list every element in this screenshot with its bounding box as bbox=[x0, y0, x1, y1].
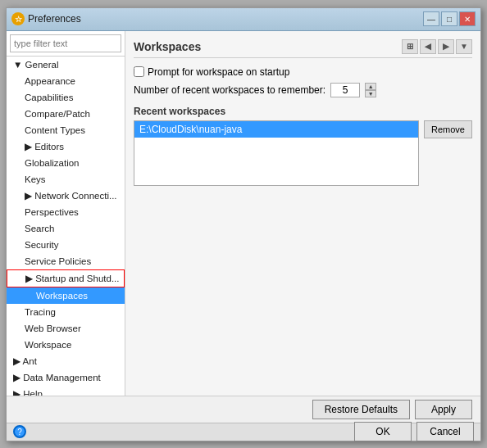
recent-count-row: Number of recent workspaces to remember:… bbox=[134, 83, 472, 97]
panel-icon-1[interactable]: ⊞ bbox=[402, 39, 418, 54]
restore-defaults-button[interactable]: Restore Defaults bbox=[312, 400, 410, 419]
search-box bbox=[7, 31, 125, 57]
window-title: Preferences bbox=[28, 13, 81, 25]
tree-item-perspectives[interactable]: Perspectives bbox=[7, 204, 125, 220]
bottom-row-1: Restore Defaults Apply bbox=[7, 396, 480, 423]
panel-title-text: Workspaces bbox=[134, 40, 201, 53]
help-icon[interactable]: ? bbox=[13, 425, 26, 438]
title-bar: ☆ Preferences — □ ✕ bbox=[7, 8, 480, 31]
recent-workspaces-label: Recent workspaces bbox=[134, 106, 472, 117]
ok-cancel-row: OK Cancel bbox=[354, 422, 474, 441]
arrow-container: E:\CloudDisk\nuan-java Remove bbox=[134, 120, 472, 387]
prompt-checkbox-row: Prompt for workspace on startup bbox=[134, 66, 472, 78]
spinner-up[interactable]: ▲ bbox=[365, 83, 376, 90]
panel-title-icons: ⊞ ◀ ▶ ▼ bbox=[402, 39, 472, 54]
prompt-checkbox-label: Prompt for workspace on startup bbox=[148, 66, 289, 78]
tree-item-workspaces[interactable]: Workspaces bbox=[7, 287, 125, 304]
workspace-list: E:\CloudDisk\nuan-java bbox=[134, 120, 419, 186]
workspace-path: E:\CloudDisk\nuan-java bbox=[139, 124, 242, 135]
panel-icon-4[interactable]: ▼ bbox=[456, 39, 472, 54]
tree-item-service_policies[interactable]: Service Policies bbox=[7, 253, 125, 269]
status-bar: ? OK Cancel bbox=[7, 423, 480, 441]
tree-item-capabilities[interactable]: Capabilities bbox=[7, 89, 125, 106]
panel-icon-2[interactable]: ◀ bbox=[420, 39, 436, 54]
prompt-checkbox[interactable] bbox=[134, 66, 144, 77]
tree-item-help[interactable]: ▶ Help bbox=[7, 386, 125, 396]
title-bar-left: ☆ Preferences bbox=[11, 12, 81, 25]
tree-item-general[interactable]: ▼ General bbox=[7, 57, 125, 73]
panel-icon-3[interactable]: ▶ bbox=[438, 39, 454, 54]
main-panel: Workspaces ⊞ ◀ ▶ ▼ Prompt for workspace … bbox=[125, 31, 480, 396]
workspace-row-with-remove: E:\CloudDisk\nuan-java Remove bbox=[134, 120, 472, 192]
close-button[interactable]: ✕ bbox=[459, 11, 476, 26]
content-area: ▼ GeneralAppearanceCapabilitiesCompare/P… bbox=[7, 31, 480, 396]
tree-item-editors[interactable]: ▶ Editors bbox=[7, 138, 125, 155]
tree-item-data_management[interactable]: ▶ Data Management bbox=[7, 369, 125, 386]
workspace-list-item[interactable]: E:\CloudDisk\nuan-java bbox=[134, 121, 418, 138]
sidebar: ▼ GeneralAppearanceCapabilitiesCompare/P… bbox=[7, 31, 125, 396]
tree-item-tracing[interactable]: Tracing bbox=[7, 304, 125, 320]
spinner-buttons: ▲ ▼ bbox=[365, 83, 376, 97]
tree-item-startup_shutdown[interactable]: ▶ Startup and Shutd... bbox=[7, 269, 125, 287]
tree-area: ▼ GeneralAppearanceCapabilitiesCompare/P… bbox=[7, 57, 125, 396]
tree-item-ant[interactable]: ▶ Ant bbox=[7, 353, 125, 369]
title-controls: — □ ✕ bbox=[423, 11, 476, 26]
remove-button[interactable]: Remove bbox=[424, 120, 472, 138]
tree-item-appearance[interactable]: Appearance bbox=[7, 73, 125, 89]
spinner-down[interactable]: ▼ bbox=[365, 90, 376, 97]
tree-item-security[interactable]: Security bbox=[7, 237, 125, 253]
recent-count-input[interactable] bbox=[330, 83, 360, 97]
tree-item-keys[interactable]: Keys bbox=[7, 171, 125, 188]
cancel-button[interactable]: Cancel bbox=[416, 422, 474, 441]
minimize-button[interactable]: — bbox=[423, 11, 439, 26]
tree-item-globalization[interactable]: Globalization bbox=[7, 155, 125, 171]
maximize-button[interactable]: □ bbox=[441, 11, 457, 26]
tree-item-workspace_gen[interactable]: Workspace bbox=[7, 337, 125, 353]
apply-button[interactable]: Apply bbox=[415, 400, 472, 419]
ok-button[interactable]: OK bbox=[354, 422, 412, 441]
tree-item-content_types[interactable]: Content Types bbox=[7, 122, 125, 138]
search-input[interactable] bbox=[10, 34, 121, 52]
tree-item-compare_patch[interactable]: Compare/Patch bbox=[7, 106, 125, 122]
workspaces-content: Prompt for workspace on startup Number o… bbox=[134, 66, 472, 387]
tree-item-web_browser[interactable]: Web Browser bbox=[7, 320, 125, 337]
tree-item-network[interactable]: ▶ Network Connecti... bbox=[7, 188, 125, 204]
panel-title: Workspaces ⊞ ◀ ▶ ▼ bbox=[134, 39, 472, 58]
app-icon: ☆ bbox=[11, 12, 25, 25]
tree-item-search[interactable]: Search bbox=[7, 220, 125, 237]
preferences-window: ☆ Preferences — □ ✕ ▼ GeneralAppearanceC… bbox=[6, 7, 481, 441]
recent-count-label: Number of recent workspaces to remember: bbox=[134, 84, 325, 96]
